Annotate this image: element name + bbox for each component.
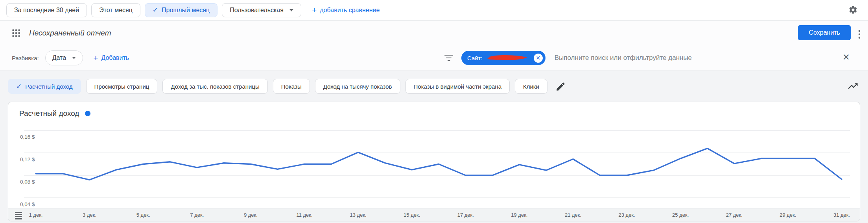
search-input[interactable]: Выполните поиск или отфильтруйте данные — [555, 54, 692, 62]
close-icon[interactable]: ✕ — [842, 53, 850, 62]
metric-tab-4[interactable]: Доход на тысячу показов — [315, 79, 400, 94]
chevron-down-icon — [289, 9, 293, 11]
x-axis-tick-label: 17 дек. — [450, 212, 481, 218]
x-axis-tick-label: 19 дек. — [503, 212, 535, 218]
metric-tab-5[interactable]: Показы в видимой части экрана — [405, 79, 510, 94]
metric-tab-label: Клики — [523, 83, 539, 90]
filter-search-group: Сайт: ✕ Выполните поиск или отфильтруйте… — [443, 45, 692, 71]
metric-tab-label: Доход на тысячу показов — [323, 83, 392, 90]
adsense-report-page: За последние 30 днейЭтот месяц✓Прошлый м… — [0, 0, 868, 223]
date-range-label: Этот месяц — [99, 7, 133, 14]
report-title: Несохраненный отчет — [29, 29, 111, 37]
x-axis-tick-label: 13 дек. — [343, 212, 374, 218]
legend-dot-icon — [85, 111, 90, 116]
add-breakdown-button[interactable]: + Добавить — [93, 54, 129, 62]
metric-tab-1[interactable]: Просмотры страниц — [86, 79, 158, 94]
remove-filter-icon[interactable]: ✕ — [534, 54, 543, 63]
svg-text:0,04 $: 0,04 $ — [20, 201, 35, 207]
date-range-button-2[interactable]: ✓Прошлый месяц — [145, 3, 217, 17]
date-range-toolbar: За последние 30 днейЭтот месяц✓Прошлый м… — [0, 0, 868, 20]
x-axis-tick-label: 23 дек. — [611, 212, 643, 218]
add-comparison-label: добавить сравнение — [320, 7, 380, 14]
metric-tab-label: Просмотры страниц — [94, 83, 149, 90]
breakdown-group: Разбивка: Дата + Добавить — [12, 45, 129, 71]
x-axis-tick-label: 11 дек. — [289, 212, 320, 218]
date-range-button-0[interactable]: За последние 30 дней — [6, 3, 87, 17]
date-range-label: За последние 30 дней — [14, 7, 79, 14]
filter-list-icon[interactable] — [443, 53, 455, 63]
chart-legend: Расчетный доход — [19, 109, 90, 118]
chevron-down-icon — [72, 57, 76, 59]
metric-tabs-group: ✓Расчетный доходПросмотры страницДоход з… — [8, 79, 547, 94]
svg-text:0,16 $: 0,16 $ — [20, 134, 35, 140]
plus-icon: + — [93, 54, 98, 62]
date-range-label: Прошлый месяц — [162, 7, 210, 14]
x-axis-tick-label: 21 дек. — [557, 212, 589, 218]
line-chart-plot: 0,16 $0,12 $0,08 $0,04 $ — [8, 102, 860, 208]
svg-text:0,12 $: 0,12 $ — [20, 156, 35, 162]
breakdown-label: Разбивка: — [12, 55, 39, 61]
add-comparison-button[interactable]: + добавить сравнение — [312, 6, 380, 14]
breakdown-value: Дата — [52, 54, 66, 61]
report-header: Несохраненный отчет Сохранить — [0, 21, 868, 45]
x-axis-tick-label: 9 дек. — [235, 212, 266, 218]
x-axis-tick-label: 27 дек. — [719, 212, 750, 218]
x-axis-tick-label: 7 дек. — [181, 212, 213, 218]
date-range-button-1[interactable]: Этот месяц — [91, 3, 140, 17]
metric-tab-6[interactable]: Клики — [515, 79, 547, 94]
metric-tabs-row: ✓Расчетный доходПросмотры страницДоход з… — [8, 77, 860, 95]
plus-icon: + — [312, 6, 317, 14]
check-icon: ✓ — [16, 82, 22, 91]
x-axis-tick-label: 1 дек. — [20, 212, 52, 218]
x-axis-tick-label: 5 дек. — [127, 212, 159, 218]
site-chip-prefix: Сайт: — [467, 55, 483, 61]
breakdown-dimension-dropdown[interactable]: Дата — [45, 50, 83, 65]
redacted-site-name-scribble — [484, 52, 531, 63]
x-axis-strip: 1 дек.3 дек.5 дек.7 дек.9 дек.11 дек.13 … — [8, 208, 860, 221]
date-range-group: За последние 30 днейЭтот месяц✓Прошлый м… — [6, 3, 301, 17]
x-axis-tick-label: 15 дек. — [396, 212, 428, 218]
metric-tab-label: Показы в видимой части экрана — [414, 83, 501, 90]
check-icon: ✓ — [153, 6, 158, 14]
metric-tab-3[interactable]: Показы — [273, 79, 310, 94]
metric-tab-label: Доход за тыс. показов страницы — [171, 83, 259, 90]
x-axis-tick-label: 29 дек. — [772, 212, 803, 218]
chart-title: Расчетный доход — [19, 109, 79, 118]
toggle-chart-icon[interactable] — [847, 80, 859, 92]
settings-gear-icon[interactable] — [848, 5, 858, 16]
add-breakdown-label: Добавить — [101, 54, 129, 61]
x-axis-tick-label: 25 дек. — [665, 212, 696, 218]
site-filter-chip[interactable]: Сайт: ✕ — [461, 51, 545, 65]
metric-tab-0[interactable]: ✓Расчетный доход — [8, 79, 81, 94]
apps-grid-icon[interactable] — [11, 28, 21, 38]
filter-bar: Разбивка: Дата + Добавить Сайт: ✕ Выполн… — [0, 45, 868, 71]
metric-tab-label: Расчетный доход — [25, 83, 72, 90]
metric-tab-label: Показы — [281, 83, 302, 90]
x-axis-tick-label: 3 дек. — [74, 212, 105, 218]
metric-tab-2[interactable]: Доход за тыс. показов страницы — [162, 79, 267, 94]
edit-metrics-pencil-icon[interactable] — [555, 81, 566, 92]
date-range-button-3[interactable]: Пользовательская — [222, 3, 301, 17]
date-range-label: Пользовательская — [230, 7, 284, 14]
save-button[interactable]: Сохранить — [798, 25, 851, 40]
more-options-kebab-icon[interactable] — [857, 28, 862, 40]
x-axis-tick-label: 31 дек. — [826, 212, 857, 218]
chart-card: Расчетный доход 0,16 $0,12 $0,08 $0,04 $… — [8, 102, 860, 221]
svg-text:0,08 $: 0,08 $ — [20, 179, 35, 185]
